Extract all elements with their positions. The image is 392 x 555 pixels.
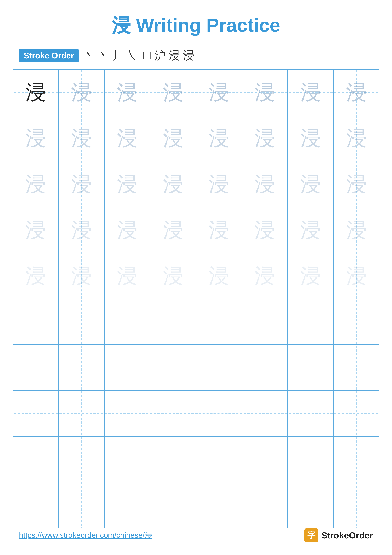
char-r5c2: 浸 (71, 265, 92, 286)
grid-cell-r3c1[interactable]: 浸 (13, 161, 58, 207)
char-r4c3: 浸 (117, 220, 138, 240)
grid-cell-r3c3[interactable]: 浸 (104, 161, 150, 207)
grid-cell-r1c8[interactable]: 浸 (334, 69, 379, 115)
grid-cell-r5c4[interactable]: 浸 (150, 253, 196, 299)
grid-cell-r3c7[interactable]: 浸 (288, 161, 334, 207)
grid-cell-r9c8[interactable] (334, 436, 379, 482)
grid-cell-r7c8[interactable] (334, 345, 379, 390)
grid-cell-r5c5[interactable]: 浸 (196, 253, 242, 299)
grid-cell-r4c4[interactable]: 浸 (150, 207, 196, 253)
grid-cell-r7c4[interactable] (150, 345, 196, 390)
char-r3c4: 浸 (163, 174, 183, 194)
grid-cell-r2c5[interactable]: 浸 (196, 115, 242, 161)
grid-cell-r10c8[interactable] (334, 482, 379, 528)
grid-cell-r2c3[interactable]: 浸 (104, 115, 150, 161)
grid-cell-r5c8[interactable]: 浸 (334, 253, 379, 299)
grid-cell-r3c5[interactable]: 浸 (196, 161, 242, 207)
grid-cell-r10c7[interactable] (288, 482, 334, 528)
grid-cell-r1c2[interactable]: 浸 (58, 69, 104, 115)
grid-cell-r6c8[interactable] (334, 299, 379, 345)
grid-cell-r10c6[interactable] (242, 482, 288, 528)
grid-cell-r6c4[interactable] (150, 299, 196, 345)
grid-cell-r10c5[interactable] (196, 482, 242, 528)
grid-cell-r2c8[interactable]: 浸 (334, 115, 379, 161)
grid-cell-r1c5[interactable]: 浸 (196, 69, 242, 115)
char-r1c3: 浸 (117, 82, 138, 103)
grid-cell-r6c2[interactable] (58, 299, 104, 345)
char-r5c5: 浸 (209, 265, 229, 286)
grid-cell-r8c1[interactable] (13, 390, 58, 436)
grid-cell-r3c8[interactable]: 浸 (334, 161, 379, 207)
grid-cell-r7c5[interactable] (196, 345, 242, 390)
char-r5c3: 浸 (117, 265, 138, 286)
grid-cell-r5c3[interactable]: 浸 (104, 253, 150, 299)
grid-cell-r8c7[interactable] (288, 390, 334, 436)
grid-row-9 (13, 436, 379, 482)
grid-cell-r8c5[interactable] (196, 390, 242, 436)
char-r2c3: 浸 (117, 128, 138, 149)
grid-cell-r5c7[interactable]: 浸 (288, 253, 334, 299)
grid-cell-r9c2[interactable] (58, 436, 104, 482)
grid-cell-r8c6[interactable] (242, 390, 288, 436)
grid-cell-r6c6[interactable] (242, 299, 288, 345)
grid-cell-r6c1[interactable] (13, 299, 58, 345)
grid-cell-r4c3[interactable]: 浸 (104, 207, 150, 253)
grid-cell-r7c7[interactable] (288, 345, 334, 390)
grid-cell-r7c1[interactable] (13, 345, 58, 390)
char-r3c2: 浸 (71, 174, 92, 194)
grid-cell-r1c7[interactable]: 浸 (288, 69, 334, 115)
char-r1c1: 浸 (25, 82, 46, 103)
grid-cell-r10c1[interactable] (13, 482, 58, 528)
grid-cell-r2c4[interactable]: 浸 (150, 115, 196, 161)
grid-cell-r9c1[interactable] (13, 436, 58, 482)
grid-cell-r3c4[interactable]: 浸 (150, 161, 196, 207)
char-r5c4: 浸 (163, 265, 183, 286)
grid-cell-r7c3[interactable] (104, 345, 150, 390)
strokeorder-icon: 字 (304, 528, 319, 542)
grid-cell-r7c6[interactable] (242, 345, 288, 390)
stroke-4: ㇏ (126, 48, 138, 63)
stroke-9: 浸 (183, 48, 194, 63)
grid-cell-r6c3[interactable] (104, 299, 150, 345)
grid-cell-r1c6[interactable]: 浸 (242, 69, 288, 115)
grid-cell-r5c6[interactable]: 浸 (242, 253, 288, 299)
grid-cell-r1c1[interactable]: 浸 (13, 69, 58, 115)
grid-cell-r5c2[interactable]: 浸 (58, 253, 104, 299)
grid-cell-r8c2[interactable] (58, 390, 104, 436)
grid-cell-r7c2[interactable] (58, 345, 104, 390)
stroke-6: 𠃊 (147, 49, 151, 62)
grid-cell-r6c7[interactable] (288, 299, 334, 345)
grid-cell-r1c4[interactable]: 浸 (150, 69, 196, 115)
grid-cell-r2c6[interactable]: 浸 (242, 115, 288, 161)
grid-cell-r4c8[interactable]: 浸 (334, 207, 379, 253)
grid-cell-r6c5[interactable] (196, 299, 242, 345)
grid-cell-r4c5[interactable]: 浸 (196, 207, 242, 253)
char-r2c7: 浸 (300, 128, 321, 149)
grid-cell-r2c2[interactable]: 浸 (58, 115, 104, 161)
grid-cell-r9c3[interactable] (104, 436, 150, 482)
grid-cell-r3c6[interactable]: 浸 (242, 161, 288, 207)
grid-cell-r10c2[interactable] (58, 482, 104, 528)
grid-cell-r2c7[interactable]: 浸 (288, 115, 334, 161)
stroke-order-badge: Stroke Order (19, 49, 79, 62)
grid-cell-r10c3[interactable] (104, 482, 150, 528)
grid-cell-r9c5[interactable] (196, 436, 242, 482)
grid-cell-r8c4[interactable] (150, 390, 196, 436)
grid-cell-r9c7[interactable] (288, 436, 334, 482)
grid-cell-r4c6[interactable]: 浸 (242, 207, 288, 253)
grid-row-5: 浸 浸 浸 浸 浸 浸 浸 浸 (13, 253, 379, 299)
grid-cell-r4c1[interactable]: 浸 (13, 207, 58, 253)
grid-cell-r3c2[interactable]: 浸 (58, 161, 104, 207)
footer-logo-text: StrokeOrder (321, 530, 373, 540)
grid-cell-r10c4[interactable] (150, 482, 196, 528)
grid-cell-r4c7[interactable]: 浸 (288, 207, 334, 253)
footer-url[interactable]: https://www.strokeorder.com/chinese/浸 (19, 530, 152, 540)
grid-cell-r8c8[interactable] (334, 390, 379, 436)
grid-cell-r4c2[interactable]: 浸 (58, 207, 104, 253)
grid-cell-r9c6[interactable] (242, 436, 288, 482)
grid-cell-r2c1[interactable]: 浸 (13, 115, 58, 161)
grid-cell-r5c1[interactable]: 浸 (13, 253, 58, 299)
grid-cell-r8c3[interactable] (104, 390, 150, 436)
grid-cell-r1c3[interactable]: 浸 (104, 69, 150, 115)
grid-cell-r9c4[interactable] (150, 436, 196, 482)
